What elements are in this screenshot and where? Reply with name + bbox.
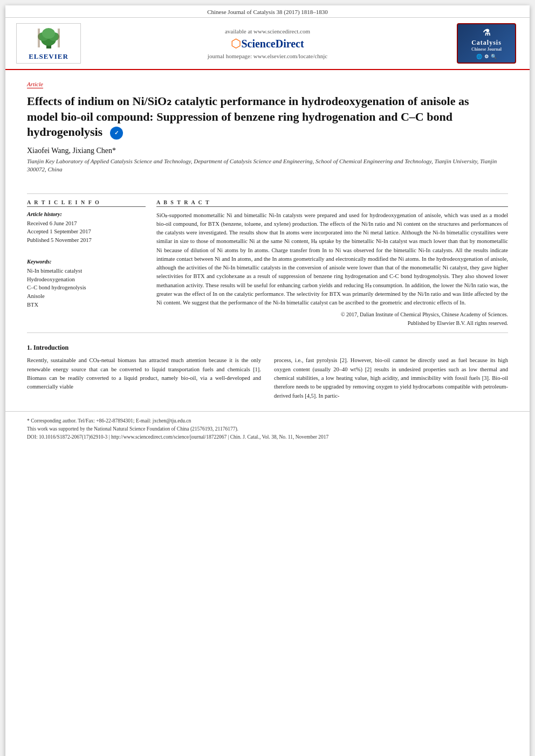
- elsevier-tree-icon: [31, 26, 66, 50]
- page: Chinese Journal of Catalysis 38 (2017) 1…: [5, 5, 530, 756]
- accepted-date: Accepted 1 September 2017: [27, 227, 146, 236]
- sciencedirect-label: ScienceDirect: [241, 38, 304, 50]
- article-info-heading: A R T I C L E I N F O: [27, 199, 146, 207]
- journal-header: ELSEVIER available at www.sciencedirect.…: [5, 18, 530, 70]
- elsevier-label: ELSEVIER: [29, 52, 68, 61]
- header-center: available at www.sciencedirect.com ⬡Scie…: [86, 28, 449, 59]
- authors: Xiaofei Wang, Jixiang Chen*: [27, 147, 508, 155]
- catalysis-icon: ⚗: [483, 27, 490, 38]
- article-type-label: Article: [27, 81, 43, 88]
- abstract-col: A B S T R A C T SiO₂-supported monometal…: [156, 199, 508, 328]
- journal-info: Chinese Journal of Catalysis 38 (2017) 1…: [207, 9, 328, 15]
- available-text: available at www.sciencedirect.com: [86, 28, 449, 34]
- abstract-heading: A B S T R A C T: [156, 199, 508, 207]
- intro-col1: Recently, sustainable and CO₂-netual bio…: [27, 356, 261, 400]
- catalysis-subtitle: Chinese Journal: [471, 47, 502, 52]
- keywords-label: Keywords:: [27, 259, 146, 265]
- catalysis-logo-block: ⚗ Catalysis Chinese Journal 🌐⚙🔍: [454, 23, 519, 64]
- elsevier-logo-block: ELSEVIER: [16, 23, 81, 64]
- catalysis-badge: ⚗ Catalysis Chinese Journal 🌐⚙🔍: [457, 23, 516, 64]
- support-note: This work was supported by the National …: [27, 425, 508, 433]
- intro-text-col1: Recently, sustainable and CO₂-netual bio…: [27, 356, 261, 391]
- doi-note: DOI: 10.1016/S1872-2067(17)62910-3 | htt…: [27, 433, 508, 441]
- history-label: Article history:: [27, 211, 146, 217]
- keyword-3: C–C bond hydrogenolysis: [27, 283, 146, 292]
- keyword-1: Ni-In bimetallic catalyst: [27, 267, 146, 275]
- article-info-abstract: A R T I C L E I N F O Article history: R…: [5, 199, 530, 328]
- keyword-2: Hydrodeoxygenation: [27, 275, 146, 284]
- corresponding-author-note: * Corresponding author. Tel/Fax: +86-22-…: [27, 417, 508, 425]
- badge-icons: 🌐⚙🔍: [476, 54, 497, 59]
- intro-section-title: 1. Introduction: [27, 344, 508, 352]
- svg-rect-5: [38, 29, 40, 47]
- article-section: Article Effects of indium on Ni/SiO₂ cat…: [5, 70, 530, 188]
- footer-section: * Corresponding author. Tel/Fax: +86-22-…: [5, 411, 530, 446]
- article-title: Effects of indium on Ni/SiO₂ catalytic p…: [27, 94, 469, 140]
- article-info-col: A R T I C L E I N F O Article history: R…: [27, 199, 146, 328]
- crossmark-icon: ✓: [110, 127, 123, 140]
- svg-point-4: [42, 28, 55, 39]
- received-date: Received 6 June 2017: [27, 219, 146, 228]
- intro-text-col2: process, i.e., fast pyrolysis [2]. Howev…: [274, 356, 508, 400]
- catalysis-title: Catalysis: [471, 39, 502, 47]
- intro-two-col: Recently, sustainable and CO₂-netual bio…: [27, 356, 508, 400]
- keyword-5: BTX: [27, 301, 146, 309]
- intro-col2: process, i.e., fast pyrolysis [2]. Howev…: [274, 356, 508, 400]
- journal-topbar: Chinese Journal of Catalysis 38 (2017) 1…: [5, 5, 530, 18]
- keyword-4: Anisole: [27, 292, 146, 301]
- journal-homepage: journal homepage: www.elsevier.com/locat…: [86, 53, 449, 59]
- published-date: Published 5 November 2017: [27, 236, 146, 245]
- keywords-section: Keywords: Ni-In bimetallic catalyst Hydr…: [27, 259, 146, 309]
- svg-rect-6: [58, 29, 60, 47]
- copyright-notice: © 2017, Dalian Institute of Chemical Phy…: [156, 310, 508, 327]
- abstract-text: SiO₂-supported monometallic Ni and bimet…: [156, 211, 508, 328]
- sciencedirect-logo: ⬡ScienceDirect: [86, 37, 449, 51]
- body-content: 1. Introduction Recently, sustainable an…: [5, 338, 530, 405]
- affiliation: Tianjin Key Laboratory of Applied Cataly…: [27, 157, 508, 174]
